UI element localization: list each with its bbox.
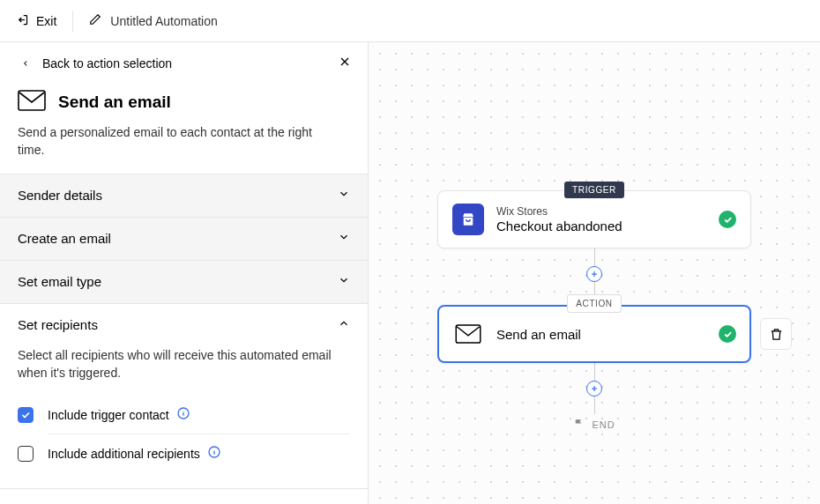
checkbox-label: Include trigger contact [48, 408, 169, 422]
action-title: Send an email [496, 327, 706, 342]
trigger-title: Checkout abandoned [496, 219, 706, 233]
edit-icon [89, 13, 101, 28]
mail-icon [18, 90, 46, 115]
section-title: Set recipients [18, 317, 98, 332]
mail-icon [452, 318, 484, 350]
section-header-recipients[interactable]: Set recipients [0, 304, 368, 346]
add-step-button[interactable] [586, 381, 602, 397]
wix-stores-icon [452, 204, 484, 235]
flag-icon [573, 418, 585, 431]
chevron-up-icon [338, 317, 350, 333]
section-title: Sender details [18, 188, 102, 203]
back-button[interactable]: Back to action selection [21, 56, 172, 70]
action-tag: ACTION [567, 294, 621, 313]
info-icon[interactable] [176, 406, 190, 423]
panel-title: Send an email [58, 93, 171, 112]
exit-button[interactable]: Exit [16, 11, 73, 32]
chevron-left-icon [21, 56, 30, 70]
trigger-card[interactable]: Wix Stores Checkout abandoned [437, 190, 751, 248]
section-header-email-type[interactable]: Set email type [0, 261, 368, 303]
close-panel-button[interactable] [338, 55, 352, 72]
flow-canvas[interactable]: TRIGGER Wix Stores Checkout abandoned [369, 42, 820, 504]
section-header-sender-details[interactable]: Sender details [0, 174, 368, 217]
section-email-type: Set email type [0, 261, 368, 304]
info-icon[interactable] [207, 445, 221, 462]
section-title: Create an email [18, 231, 111, 246]
recipients-description: Select all recipients who will receive t… [18, 346, 335, 382]
chevron-down-icon [338, 188, 350, 204]
back-label: Back to action selection [42, 56, 172, 70]
section-recipients: Set recipients Select all recipients who… [0, 304, 368, 490]
section-sender-details: Sender details [0, 174, 368, 218]
svg-rect-0 [19, 91, 45, 110]
recipient-option-additional[interactable]: Include additional recipients [18, 434, 350, 472]
trigger-subtitle: Wix Stores [496, 205, 706, 218]
svg-rect-3 [456, 325, 481, 343]
exit-label: Exit [36, 14, 56, 28]
checkbox-checked[interactable] [18, 407, 34, 423]
trigger-tag: TRIGGER [564, 182, 624, 198]
section-header-create-email[interactable]: Create an email [0, 218, 368, 260]
exit-icon [16, 13, 29, 29]
checkbox-label: Include additional recipients [48, 447, 200, 461]
automation-title-text: Untitled Automation [110, 14, 217, 28]
panel-description: Send a personalized email to each contac… [18, 123, 335, 159]
automation-title[interactable]: Untitled Automation [73, 13, 217, 28]
success-icon [719, 211, 736, 228]
recipient-option-trigger-contact[interactable]: Include trigger contact [18, 396, 350, 434]
delete-step-button[interactable] [760, 318, 792, 350]
section-title: Set email type [18, 274, 101, 289]
success-icon [719, 325, 736, 343]
end-marker: END [573, 418, 615, 431]
add-step-button[interactable] [586, 266, 602, 282]
action-card[interactable]: Send an email [437, 305, 751, 363]
checkbox-unchecked[interactable] [18, 446, 34, 462]
end-label: END [592, 419, 615, 430]
chevron-down-icon [338, 231, 350, 247]
chevron-down-icon [338, 274, 350, 290]
config-sidebar: Back to action selection Send an email S… [0, 42, 369, 504]
section-create-email: Create an email [0, 218, 368, 261]
